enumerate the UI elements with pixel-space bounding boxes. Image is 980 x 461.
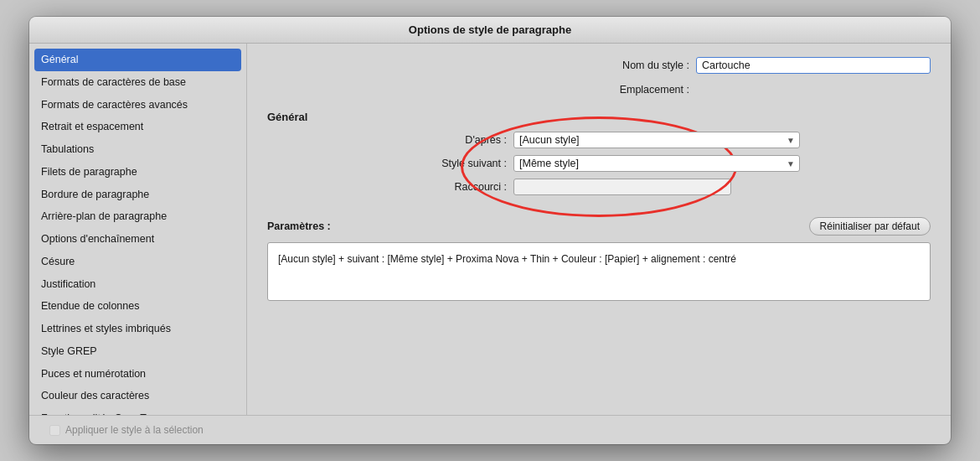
raccourci-label: Raccourci : (398, 181, 507, 193)
parametres-text: [Aucun style] + suivant : [Même style] +… (278, 253, 736, 265)
emplacement-label: Emplacement : (620, 84, 689, 96)
sidebar-item-general[interactable]: Général (34, 49, 241, 71)
sidebar-item-etendue[interactable]: Etendue de colonnes (29, 295, 246, 318)
parametres-text-box: [Aucun style] + suivant : [Même style] +… (267, 242, 931, 301)
bottom-bar: Appliquer le style à la sélection (29, 415, 951, 444)
section-general-title: Général (267, 111, 931, 123)
sidebar-item-opentype[interactable]: Fonctionnalités OpenType (29, 407, 246, 415)
daprès-select[interactable]: [Aucun style] Corps de texte Titre Sous-… (513, 132, 800, 148)
main-content: Nom du style : Emplacement : Général (247, 44, 951, 415)
nom-style-input[interactable] (696, 57, 931, 74)
apply-style-checkbox[interactable] (49, 425, 60, 436)
sidebar-item-bordure[interactable]: Bordure de paragraphe (29, 184, 246, 206)
raccourci-row: Raccourci : (398, 179, 800, 195)
sidebar-item-justification[interactable]: Justification (29, 273, 246, 296)
sidebar-item-formats-base[interactable]: Formats de caractères de base (29, 71, 246, 94)
sidebar-item-lettrines[interactable]: Lettrines et styles imbriqués (29, 318, 246, 340)
dialog-title: Options de style de paragraphe (409, 23, 571, 36)
dialog-titlebar: Options de style de paragraphe (29, 17, 951, 44)
nom-style-label: Nom du style : (622, 60, 689, 71)
sidebar-item-enchainement[interactable]: Options d'enchaînement (29, 228, 246, 251)
apply-style-text: Appliquer le style à la sélection (65, 424, 204, 436)
form-rows: D'après : [Aucun style] Corps de texte T… (267, 132, 931, 195)
emplacement-value (696, 88, 931, 91)
sidebar-item-style-grep[interactable]: Style GREP (29, 340, 246, 363)
parametres-header: Paramètres : Réinitialiser par défaut (267, 217, 931, 236)
sidebar-item-tabulations[interactable]: Tabulations (29, 138, 246, 161)
parametres-title: Paramètres : (267, 220, 331, 232)
emplacement-row: Emplacement : (267, 84, 931, 96)
daprès-label: D'après : (398, 134, 507, 146)
sidebar-item-formats-avances[interactable]: Formats de caractères avancés (29, 94, 246, 117)
sidebar-item-cesure[interactable]: Césure (29, 251, 246, 273)
sidebar: GénéralFormats de caractères de baseForm… (29, 44, 247, 415)
daprès-row: D'après : [Aucun style] Corps de texte T… (398, 132, 800, 148)
dialog: Options de style de paragraphe GénéralFo… (29, 17, 951, 444)
dialog-body: GénéralFormats de caractères de baseForm… (29, 44, 951, 415)
reset-button[interactable]: Réinitialiser par défaut (809, 217, 931, 236)
sidebar-item-puces[interactable]: Puces et numérotation (29, 363, 246, 386)
nom-style-row: Nom du style : (267, 57, 931, 74)
style-suivant-select[interactable]: [Même style] Corps de texte Titre (513, 155, 800, 172)
style-suivant-label: Style suivant : (398, 158, 507, 169)
sidebar-item-couleur-car[interactable]: Couleur des caractères (29, 385, 246, 407)
sidebar-item-retrait[interactable]: Retrait et espacement (29, 116, 246, 138)
parametres-section: Paramètres : Réinitialiser par défaut [A… (267, 217, 931, 301)
apply-style-label[interactable]: Appliquer le style à la sélection (49, 424, 204, 436)
sidebar-item-arriere-plan[interactable]: Arrière-plan de paragraphe (29, 205, 246, 228)
sidebar-item-filets[interactable]: Filets de paragraphe (29, 161, 246, 184)
daprès-control: [Aucun style] Corps de texte Titre Sous-… (513, 132, 800, 148)
style-suivant-control: [Même style] Corps de texte Titre ▼ (513, 155, 800, 172)
raccourci-control (513, 179, 800, 195)
raccourci-input[interactable] (513, 179, 731, 195)
general-section: Général D'après : [Aucun style] Corps de… (267, 111, 931, 195)
style-suivant-row: Style suivant : [Même style] Corps de te… (398, 155, 800, 172)
